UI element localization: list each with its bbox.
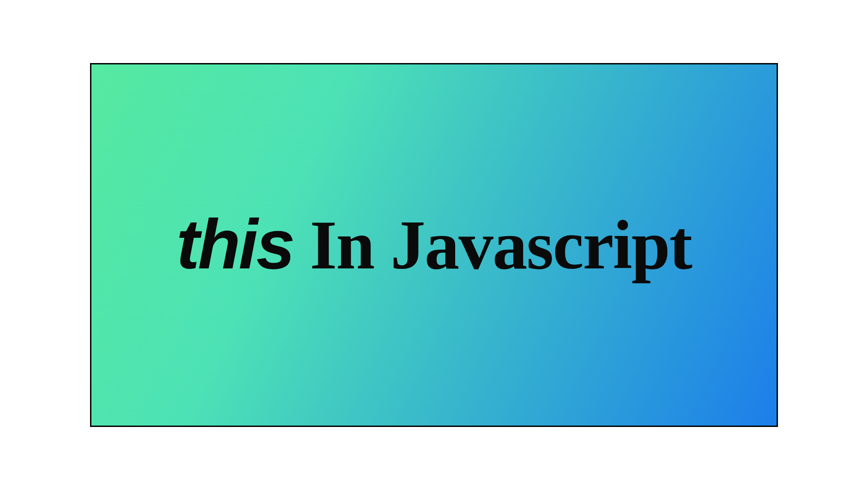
- banner-title: this In Javascript: [176, 204, 692, 286]
- title-banner: this In Javascript: [90, 63, 778, 427]
- title-rest: In Javascript: [293, 206, 692, 284]
- title-keyword: this: [176, 205, 294, 283]
